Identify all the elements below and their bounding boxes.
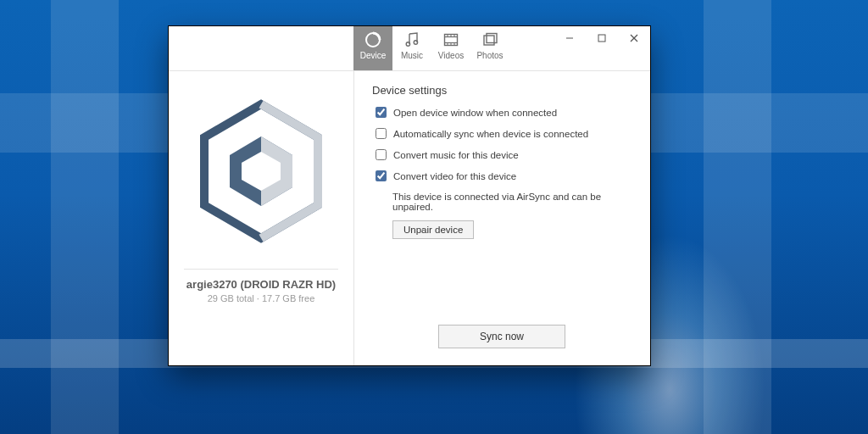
svg-rect-13 xyxy=(487,34,497,43)
svg-rect-12 xyxy=(484,36,494,45)
music-icon xyxy=(403,31,420,48)
toolbar-spacer xyxy=(169,26,353,70)
device-icon xyxy=(364,31,381,48)
svg-point-2 xyxy=(414,41,417,44)
settings-title: Device settings xyxy=(372,84,635,97)
maximize-button[interactable] xyxy=(586,26,618,50)
tab-videos[interactable]: Videos xyxy=(431,26,470,70)
unpair-button[interactable]: Unpair device xyxy=(392,220,474,239)
checkbox-open-window[interactable] xyxy=(376,107,387,118)
airsync-status: This device is connected via AirSync and… xyxy=(392,192,635,212)
tab-music[interactable]: Music xyxy=(392,26,431,70)
app-toolbar: Device Music Videos Photos xyxy=(169,26,650,71)
device-name: argie3270 (DROID RAZR HD) xyxy=(169,278,353,291)
window-controls xyxy=(554,26,650,50)
bg-stripe xyxy=(51,0,119,434)
checkbox-convert-video[interactable] xyxy=(376,170,387,181)
tab-device[interactable]: Device xyxy=(353,26,392,70)
device-divider xyxy=(184,269,338,270)
app-window: Device Music Videos Photos xyxy=(168,25,651,366)
option-label: Automatically sync when device is connec… xyxy=(393,129,588,139)
option-label: Convert music for this device xyxy=(393,150,519,160)
option-convert-music[interactable]: Convert music for this device xyxy=(376,149,635,160)
settings-pane: Device settings Open device window when … xyxy=(353,70,650,365)
device-pane: argie3270 (DROID RAZR HD) 29 GB total · … xyxy=(169,70,354,365)
photos-icon xyxy=(481,31,498,48)
videos-icon xyxy=(442,31,459,48)
checkbox-convert-music[interactable] xyxy=(376,149,387,160)
tab-label: Device xyxy=(360,51,387,60)
option-label: Open device window when connected xyxy=(393,108,557,118)
device-hex-icon xyxy=(198,99,325,243)
bg-stripe xyxy=(704,0,771,434)
sync-now-button[interactable]: Sync now xyxy=(438,325,565,348)
svg-rect-15 xyxy=(598,35,605,42)
option-convert-video[interactable]: Convert video for this device xyxy=(376,170,635,181)
desktop-background: Device Music Videos Photos xyxy=(0,0,868,434)
tab-label: Music xyxy=(401,51,423,60)
minimize-button[interactable] xyxy=(554,26,586,50)
option-auto-sync[interactable]: Automatically sync when device is connec… xyxy=(376,128,635,139)
option-open-window[interactable]: Open device window when connected xyxy=(376,107,635,118)
tab-label: Photos xyxy=(476,51,503,60)
checkbox-auto-sync[interactable] xyxy=(376,128,387,139)
tab-photos[interactable]: Photos xyxy=(470,26,509,70)
option-label: Convert video for this device xyxy=(393,171,516,181)
tab-label: Videos xyxy=(438,51,464,60)
sync-area: Sync now xyxy=(353,325,650,348)
device-storage: 29 GB total · 17.7 GB free xyxy=(169,293,353,303)
close-button[interactable] xyxy=(618,26,650,50)
